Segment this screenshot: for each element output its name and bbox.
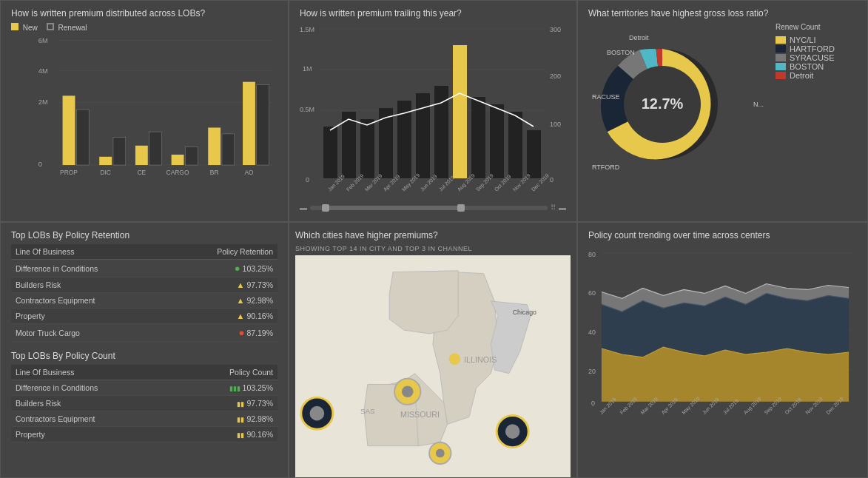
col-lob-header2: Line Of Business [11, 365, 180, 380]
bar-jan [323, 127, 337, 178]
svg-text:CE: CE [137, 169, 146, 176]
color-detroit [776, 72, 786, 79]
svg-text:2M: 2M [38, 98, 48, 106]
table-row: Difference in Conditions ▮▮▮ 103.25% [11, 380, 277, 396]
bar-prop-new [63, 95, 75, 165]
svg-text:100: 100 [550, 121, 561, 128]
legend-hartford: HARTFORD [776, 44, 857, 53]
svg-text:DIC: DIC [100, 169, 110, 176]
panel-trending: Policy count trending over time across c… [577, 222, 868, 478]
bubble1-inner [310, 406, 325, 421]
legend-renewal: Renewal [47, 23, 87, 32]
table-row: Contractors Equipment ▮▮ 92.98% [11, 411, 277, 427]
bar-dic-renewal [113, 138, 126, 165]
svg-text:0: 0 [591, 400, 595, 407]
panel1-title: How is written premium distributed acros… [11, 8, 277, 18]
map-subtitle: SHOWING TOP 14 IN CITY AND TOP 3 IN CHAN… [295, 245, 571, 252]
lob-legend: New Renewal [11, 23, 277, 32]
bar-dic-new [99, 157, 112, 165]
svg-text:BR: BR [210, 169, 219, 176]
map-svg: ILLINOIS MISSOURI SAS Chicago [295, 255, 571, 477]
bar-ce-new [135, 146, 148, 165]
renewal-color [47, 23, 54, 30]
svg-text:AO: AO [244, 169, 254, 176]
cnt-row1-name: Difference in Conditions [11, 380, 180, 396]
bar-aug [453, 45, 467, 178]
svg-text:0: 0 [550, 176, 554, 184]
bubble4-inner [505, 424, 520, 439]
row1-name: Difference in Conditions [11, 260, 166, 277]
cnt-row3-name: Contractors Equipment [11, 411, 180, 427]
bubble2-inner [402, 386, 414, 397]
svg-text:1.5M: 1.5M [300, 26, 314, 33]
label-chicago: Chicago [513, 309, 536, 316]
label-illinois: ILLINOIS [464, 355, 497, 364]
legend-detroit: Detroit [776, 71, 857, 80]
svg-text:0.5M: 0.5M [300, 106, 314, 113]
svg-text:0: 0 [306, 176, 309, 184]
bar-ce-renewal [149, 132, 162, 165]
bar-mar [360, 119, 374, 178]
slider-handle-right[interactable] [457, 204, 465, 212]
state-iowa [389, 271, 458, 334]
trailing-chart-area: 1.5M 1M 0.5M 0 300 200 100 0 [300, 23, 566, 201]
bar-prop-renewal [76, 110, 89, 165]
table-row: Difference in Conditions ● 103.25% [11, 260, 277, 277]
bar-ao-new [243, 82, 255, 165]
map-container: ILLINOIS MISSOURI SAS Chicago [295, 255, 571, 477]
legend-new: New [11, 23, 38, 32]
color-syracuse [776, 54, 786, 61]
lob-bar-svg: 6M 4M 2M 0 PROP DIC [35, 35, 277, 187]
svg-text:6M: 6M [38, 37, 48, 44]
donut-center-value: 12.7% [642, 95, 684, 112]
bubble5-inner [436, 449, 445, 458]
table-row: Builders Risk ▲ 97.73% [11, 277, 277, 293]
label-rtford: RTFORD [592, 164, 619, 171]
bar-cargo-renewal [185, 147, 198, 165]
count-table: Line Of Business Policy Count Difference… [11, 365, 277, 442]
legend-boston: BOSTON [776, 62, 857, 71]
row4-value: ▲ 90.16% [166, 309, 277, 324]
section-retention: Top LOBs By Policy Retention Line Of Bus… [11, 230, 277, 342]
cnt-row4-value: ▮▮ 90.16% [180, 427, 277, 442]
table-row: Contractors Equipment ▲ 92.98% [11, 293, 277, 309]
retention-table: Line Of Business Policy Retention Differ… [11, 244, 277, 342]
slider-fill [322, 206, 465, 210]
label-boston: BOSTON [607, 49, 635, 56]
label-n: N... [753, 101, 764, 108]
slider-handle-left[interactable] [322, 204, 329, 212]
svg-text:300: 300 [550, 26, 561, 33]
color-boston [776, 63, 786, 70]
panel-lob-bars: How is written premium distributed acros… [0, 0, 289, 222]
panel-tables: Top LOBs By Policy Retention Line Of Bus… [0, 222, 289, 478]
lob-bar-chart-area: 6M 4M 2M 0 PROP DIC [11, 35, 277, 205]
trailing-svg: 1.5M 1M 0.5M 0 300 200 100 0 [300, 23, 566, 212]
section1-title: Top LOBs By Policy Retention [11, 230, 277, 240]
panel3-title: What territories have highest gross loss… [588, 8, 857, 18]
svg-text:PROP: PROP [60, 169, 78, 176]
section-count: Top LOBs By Policy Count Line Of Busines… [11, 351, 277, 442]
row3-name: Contractors Equipment [11, 293, 166, 309]
panel2-title: How is written premium trailing this yea… [300, 8, 566, 18]
col-retention-header: Policy Retention [166, 244, 277, 260]
color-hartford [776, 45, 786, 53]
panel-map: Which cities have higher premiums? SHOWI… [289, 222, 577, 478]
svg-text:CARGO: CARGO [166, 169, 189, 176]
cnt-row1-value: ▮▮▮ 103.25% [180, 380, 277, 396]
svg-text:1M: 1M [303, 65, 312, 73]
cnt-row3-value: ▮▮ 92.98% [180, 411, 277, 427]
legend-syracuse: SYRACUSE [776, 53, 857, 62]
count-table-body: Difference in Conditions ▮▮▮ 103.25% Bui… [11, 380, 277, 442]
row5-name: Motor Truck Cargo [11, 324, 166, 342]
row2-value: ▲ 97.73% [166, 277, 277, 293]
cnt-row2-name: Builders Risk [11, 396, 180, 411]
label-racuse: RACUSE [592, 93, 620, 101]
svg-text:40: 40 [588, 329, 596, 336]
slider-track[interactable] [310, 206, 548, 210]
row5-value: ● 87.19% [166, 324, 277, 342]
label-kansas: SAS [360, 407, 375, 415]
trend-svg: 80 60 40 20 0 [588, 245, 857, 460]
svg-text:80: 80 [588, 251, 596, 258]
row2-name: Builders Risk [11, 277, 166, 293]
table-row: Property ▲ 90.16% [11, 309, 277, 324]
